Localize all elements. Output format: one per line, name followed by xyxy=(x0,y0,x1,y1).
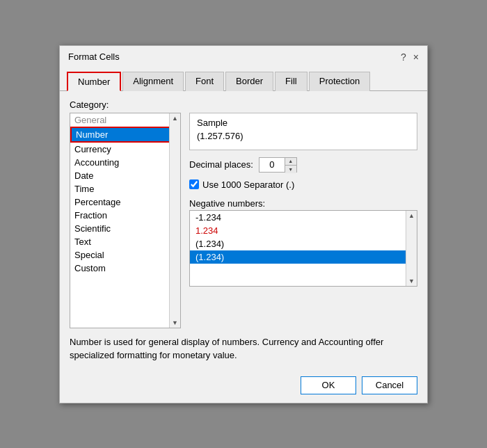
decimal-row: Decimal places: ▲ ▼ xyxy=(189,157,417,173)
separator-checkbox[interactable] xyxy=(189,179,199,189)
category-item-scientific[interactable]: Scientific xyxy=(70,222,180,235)
tab-font[interactable]: Font xyxy=(185,72,224,91)
category-item-special[interactable]: Special xyxy=(70,248,180,262)
main-area: General Number Currency Accounting Date … xyxy=(70,113,417,328)
category-scrollbar[interactable]: ▲ ▼ xyxy=(169,113,180,328)
tab-alignment[interactable]: Alignment xyxy=(122,72,184,91)
spinner-wrap: ▲ ▼ xyxy=(259,157,297,173)
neg-list-container: -1.234 1.234 (1.234) (1.234) ▲ ▼ xyxy=(189,210,417,287)
negative-section: Negative numbers: -1.234 1.234 (1.234) (… xyxy=(189,195,417,287)
cancel-button[interactable]: Cancel xyxy=(362,376,417,394)
spin-up-button[interactable]: ▲ xyxy=(285,158,296,166)
neg-list: -1.234 1.234 (1.234) (1.234) xyxy=(190,211,417,264)
format-cells-dialog: Format Cells ? × Number Alignment Font B… xyxy=(59,45,428,403)
decimal-label: Decimal places: xyxy=(189,159,253,170)
spin-down-button[interactable]: ▼ xyxy=(285,166,296,173)
negative-label: Negative numbers: xyxy=(189,198,417,209)
category-list-container: General Number Currency Accounting Date … xyxy=(70,113,181,328)
neg-list-wrap[interactable]: -1.234 1.234 (1.234) (1.234) ▲ ▼ xyxy=(189,210,417,287)
category-item-accounting[interactable]: Accounting xyxy=(70,156,180,169)
category-item-number[interactable]: Number xyxy=(70,127,180,143)
spinner-buttons: ▲ ▼ xyxy=(285,157,297,173)
help-button[interactable]: ? xyxy=(399,51,408,63)
category-item-fraction[interactable]: Fraction xyxy=(70,209,180,222)
dialog-title: Format Cells xyxy=(68,51,120,62)
dialog-body: Category: General Number Currency Accoun… xyxy=(60,91,427,369)
separator-label: Use 1000 Separator (.) xyxy=(202,179,294,190)
description-area: Number is used for general display of nu… xyxy=(70,335,417,362)
scroll-up-arrow[interactable]: ▲ xyxy=(171,114,179,122)
sample-value: (1.257.576) xyxy=(197,131,410,141)
tab-fill[interactable]: Fill xyxy=(275,72,308,91)
tabs-row: Number Alignment Font Border Fill Protec… xyxy=(60,67,427,91)
decimal-input[interactable] xyxy=(259,157,285,173)
ok-button[interactable]: OK xyxy=(301,376,356,394)
right-panel: Sample (1.257.576) Decimal places: ▲ ▼ xyxy=(189,113,417,328)
title-bar: Format Cells ? × xyxy=(60,46,427,67)
category-item-currency[interactable]: Currency xyxy=(70,143,180,156)
tab-number[interactable]: Number xyxy=(67,72,121,91)
category-item-date[interactable]: Date xyxy=(70,169,180,182)
category-item-percentage[interactable]: Percentage xyxy=(70,195,180,209)
neg-item-4[interactable]: (1.234) xyxy=(190,250,417,264)
category-label: Category: xyxy=(70,99,417,110)
sample-label: Sample xyxy=(197,118,410,128)
category-item-general[interactable]: General xyxy=(70,113,180,127)
category-list: General Number Currency Accounting Date … xyxy=(70,113,180,275)
category-item-time[interactable]: Time xyxy=(70,182,180,195)
sample-section: Sample (1.257.576) xyxy=(189,113,417,150)
tab-border[interactable]: Border xyxy=(225,72,273,91)
neg-item-3[interactable]: (1.234) xyxy=(190,237,417,250)
title-bar-controls: ? × xyxy=(399,51,420,63)
category-item-text[interactable]: Text xyxy=(70,235,180,248)
neg-item-1[interactable]: -1.234 xyxy=(190,211,417,224)
neg-item-2[interactable]: 1.234 xyxy=(190,224,417,237)
category-list-wrap[interactable]: General Number Currency Accounting Date … xyxy=(70,113,181,328)
neg-scroll-down[interactable]: ▼ xyxy=(408,277,416,285)
neg-scrollbar[interactable]: ▲ ▼ xyxy=(406,211,417,286)
separator-row: Use 1000 Separator (.) xyxy=(189,179,417,190)
scroll-down-arrow[interactable]: ▼ xyxy=(171,319,179,327)
category-item-custom[interactable]: Custom xyxy=(70,262,180,275)
close-button[interactable]: × xyxy=(412,51,420,63)
button-row: OK Cancel xyxy=(60,369,427,403)
tab-protection[interactable]: Protection xyxy=(309,72,371,91)
neg-scroll-up[interactable]: ▲ xyxy=(408,211,416,220)
